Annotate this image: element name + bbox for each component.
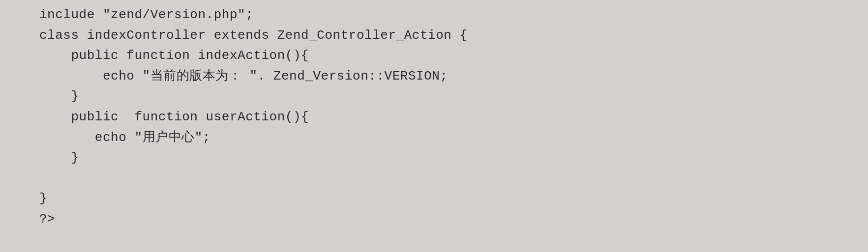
code-line-7: echo "用户中心"; bbox=[39, 128, 858, 148]
code-line-6: public function userAction(){ bbox=[39, 107, 858, 128]
code-line-10: } bbox=[39, 189, 858, 209]
code-line-2: class indexController extends Zend_Contr… bbox=[39, 26, 858, 46]
code-line-1: include "zend/Version.php"; bbox=[39, 5, 858, 26]
code-block: include "zend/Version.php"; class indexC… bbox=[0, 0, 868, 252]
code-line-4: echo "当前的版本为： ". Zend_Version::VERSION; bbox=[39, 66, 858, 87]
code-line-9 bbox=[39, 168, 858, 189]
code-line-8: } bbox=[39, 148, 858, 168]
code-line-11: ?> bbox=[39, 209, 858, 230]
code-line-3: public function indexAction(){ bbox=[39, 46, 858, 66]
code-line-5: } bbox=[39, 86, 858, 107]
